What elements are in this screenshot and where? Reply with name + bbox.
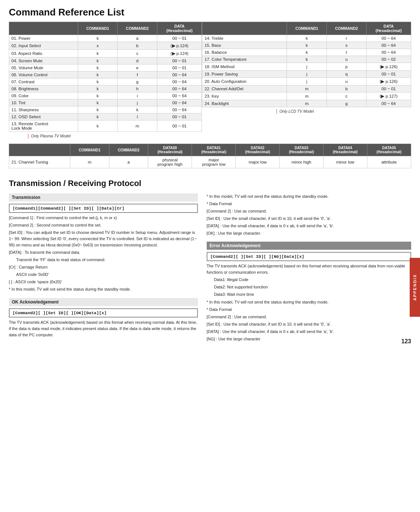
right-row-data: (▶ p.126)	[366, 63, 411, 71]
main-command-table-wrapper: COMMAND1 COMMAND2 DATA(Hexadecimal) 01. …	[9, 22, 411, 138]
ch-row-d2: major low	[236, 156, 280, 168]
transmission-right-col: * In this model, TV will not send the st…	[207, 193, 411, 343]
left-row-cmd: 09. Color	[9, 92, 78, 99]
ch-row-cmd: 21. Channel Tuning	[9, 156, 70, 168]
error-ack-line: The TV transmits ACK (acknowledgement) b…	[207, 263, 411, 276]
left-row-c2: b	[118, 42, 157, 50]
left-row-c1: k	[78, 57, 118, 64]
right-row-c2: g	[327, 100, 367, 107]
error-ack-line: Data3: Wait more time	[207, 291, 411, 298]
setid-note: [Set ID] : Use the small character, if s…	[207, 215, 411, 222]
ch-row-d5: attribute	[367, 156, 411, 168]
right-row-c1: k	[287, 35, 327, 42]
right-command-table: COMMAND1 COMMAND2 DATA(Hexadecimal) 14. …	[202, 22, 411, 138]
transmission-line: [Cr] : Carriage Return	[9, 264, 198, 270]
left-row-data: (▶ p.124)	[157, 50, 202, 57]
left-row-c1: x	[78, 42, 118, 50]
left-row-cmd: 11. Sharpness	[9, 106, 78, 113]
left-row-data: 00 ~ 64	[157, 92, 202, 99]
transmission-line: Transmit the 'FF' data to read status of…	[9, 257, 198, 263]
ch-row-c1: m	[70, 156, 109, 168]
ch-row-d0: physical program high	[148, 156, 192, 168]
transmission-code: [Command1][Command2][ ][Set ID][ ][Data]…	[9, 204, 198, 213]
standby-note: * In this model, TV will not send the st…	[207, 193, 411, 200]
appendix-sidebar: APPENDIX	[410, 258, 420, 317]
ch-header-data01: DATA01(Hexadecimal)	[192, 144, 236, 156]
appendix-label: APPENDIX	[413, 274, 417, 301]
right-row-cmd: 23. Key	[202, 92, 287, 100]
ch-row-d4: minor low	[323, 156, 367, 168]
right-row-data: 00 ~ 64	[366, 100, 411, 107]
transmission-layout: Transmission [Command1][Command2][ ][Set…	[9, 193, 411, 343]
right-row-c2: s	[327, 42, 367, 49]
transmission-left-col: Transmission [Command1][Command2][ ][Set…	[9, 193, 198, 343]
left-row-c2: m	[118, 120, 157, 132]
left-row-data: 00 ~ 01	[157, 57, 202, 64]
left-row-c1: k	[78, 35, 118, 42]
error-ack-line: [Set ID] : Use the small character, if s…	[207, 321, 411, 327]
left-row-data: (▶ p.124)	[157, 42, 202, 50]
ch-header-cmd2: COMMAND2	[109, 144, 148, 156]
error-ack-line: Data2: Not supported function	[207, 284, 411, 290]
right-row-c1: m	[287, 92, 327, 100]
transmission-line: [Command 1] : First command to control t…	[9, 215, 198, 221]
right-row-cmd: 19. Power Saving	[202, 71, 287, 78]
left-row-c2: c	[118, 50, 157, 57]
left-row-c1: k	[78, 50, 118, 57]
right-row-c2: b	[327, 85, 367, 92]
right-row-cmd: 24. Backlight	[202, 100, 287, 107]
error-ack-title: Error Acknowledgement	[207, 242, 411, 250]
ch-header-data02: DATA02(Hexadecimal)	[236, 144, 280, 156]
ok-ack-lines: The TV transmits ACK (acknowledgement) b…	[9, 319, 198, 338]
transmission-line: [ ] : ASCII code 'space (0x20)'	[9, 279, 198, 285]
ch-header-data04: DATA04(Hexadecimal)	[323, 144, 367, 156]
left-header-data: DATA(Hexadecimal)	[157, 22, 202, 35]
left-row-c1: k	[78, 85, 118, 92]
transmission-line: * In this model, TV will not send the st…	[9, 286, 198, 292]
right-row-c1: k	[287, 42, 327, 49]
right-row-cmd: 15. Bass	[202, 42, 287, 49]
error-ack-line: [DATA] : Use the small character, if dat…	[207, 329, 411, 335]
left-row-data: 00 ~ 01	[157, 64, 202, 71]
left-row-data: 00 ~ 64	[157, 85, 202, 92]
ch-row-d3: minor high	[280, 156, 323, 168]
transmission-lines: [Command 1] : First command to control t…	[9, 215, 198, 293]
ok-ack-title: OK Acknowledgement	[9, 298, 198, 306]
ch-header-name	[9, 144, 70, 156]
right-row-c1: k	[287, 56, 327, 63]
left-row-data: 00 ~ 01	[157, 113, 202, 120]
left-row-cmd: 13. Remote Control Lock Mode	[9, 120, 78, 132]
right-row-c2: p	[327, 63, 367, 71]
right-row-c1: k	[287, 49, 327, 56]
right-row-data: (▶ p.126)	[366, 78, 411, 85]
left-row-c2: j	[118, 99, 157, 106]
channel-tuning-table: COMMAND1 COMMAND2 DATA00(Hexadecimal) DA…	[9, 144, 411, 168]
data-note: [DATA] : Use the small character, if dat…	[207, 223, 411, 229]
right-row-c2: u	[327, 56, 367, 63]
error-ack-line: [NG] : Use the large character	[207, 336, 411, 342]
left-row-cmd: 10. Tint	[9, 99, 78, 106]
left-row-c2: k	[118, 106, 157, 113]
left-row-cmd: 01. Power	[9, 35, 78, 42]
right-row-data: 00 ~ 01	[366, 85, 411, 92]
right-row-cmd: 18. ISM Method	[202, 63, 287, 71]
left-row-cmd: 02. Input Select	[9, 42, 78, 50]
left-row-data: 00 ~ 01	[157, 120, 202, 132]
ok-ack-line: The TV transmits ACK (acknowledgement) b…	[9, 319, 198, 338]
left-row-cmd: 05. Volume Mute	[9, 64, 78, 71]
left-row-c1: k	[78, 120, 118, 132]
left-row-c2: h	[118, 85, 157, 92]
left-row-c2: l	[118, 113, 157, 120]
transmission-title: Transmission / Receiving Protocol	[9, 179, 411, 188]
ch-header-data03: DATA03(Hexadecimal)	[280, 144, 323, 156]
right-header-data: DATA(Hexadecimal)	[366, 22, 411, 35]
lcd-annotation: │ Only LCD TV Model	[276, 109, 411, 114]
right-row-c2: t	[327, 49, 367, 56]
error-ack-code: [Command2][ ][Set ID][ ][NG][Data][x]	[207, 252, 411, 261]
left-row-c1: k	[78, 106, 118, 113]
left-row-data: 00 ~ 64	[157, 106, 202, 113]
right-header-cmd1: COMMAND1	[287, 22, 327, 35]
right-row-data: 00 ~ 01	[366, 71, 411, 78]
right-row-c1: m	[287, 100, 327, 107]
right-row-data: (▶ p.127)	[366, 92, 411, 100]
